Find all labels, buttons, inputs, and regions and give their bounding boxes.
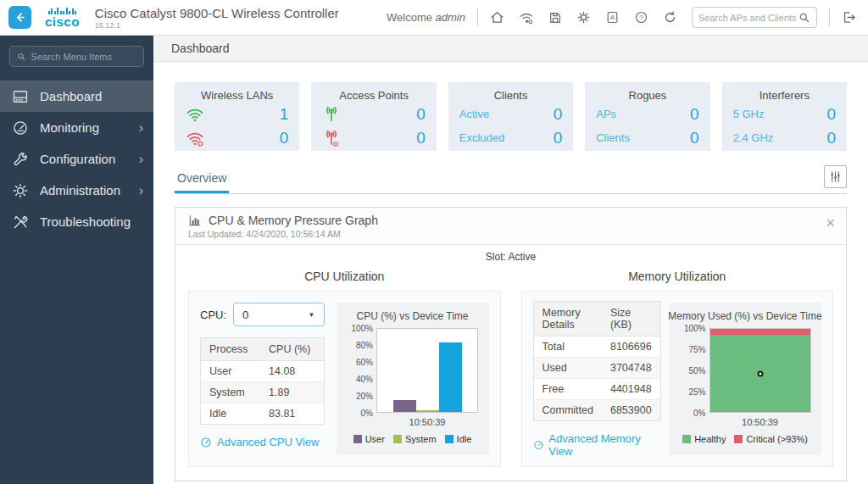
card-row-label[interactable]: 5 GHz [733,108,765,120]
card-value: 1 [280,105,289,124]
gauge-icon [200,437,212,448]
cpu-memory-widget: CPU & Memory Pressure Graph Last Updated… [175,207,847,481]
gear-outline-icon [11,181,30,200]
search-icon [17,52,26,62]
card-title: Wireless LANs [186,89,288,102]
table-row: Idle83.81 [201,403,325,425]
y-axis: 100% 80% 60% 40% 20% 0% [347,328,376,413]
sidebar-item-troubleshooting[interactable]: Troubleshooting [0,206,153,237]
sidebar-item-configuration[interactable]: Configuration › [0,143,153,175]
advanced-memory-view-link[interactable]: Advanced Memory View [533,432,658,458]
card-value: 0 [826,129,836,147]
antenna-up-icon [322,105,341,124]
chevron-right-icon: › [139,121,143,135]
svg-text:?: ? [639,14,643,21]
table-header: Size (KB) [602,301,660,336]
bar-chart-icon [188,214,202,227]
card-row-label[interactable]: 2.4 GHz [733,131,774,144]
card-title: Interferers [733,89,836,102]
card-row-label[interactable]: Active [459,108,489,120]
cisco-logo-text: cisco [45,15,80,28]
global-search-input[interactable] [698,13,798,23]
breadcrumb-label: Dashboard [171,42,230,55]
cpu-chart: CPU (%) vs Device Time 100% 80% 60% 40% … [337,303,489,455]
card-interferers[interactable]: Interferers 5 GHz 0 2.4 GHz 0 [722,82,847,151]
header-divider-2 [829,9,830,26]
chevron-down-icon: ▼ [309,311,315,319]
back-button[interactable] [8,6,31,29]
memory-plot-area [709,328,811,413]
section-title: Memory Utilization [521,270,834,283]
language-icon[interactable]: A [605,10,620,25]
sidebar-item-monitoring[interactable]: Monitoring › [0,112,153,143]
critical-area [710,329,810,335]
wrench-icon [11,150,30,169]
tab-overview[interactable]: Overview [175,171,229,193]
cpu-utilization-section: CPU Utilization CPU: 0 ▼ [188,265,501,467]
antenna-down-icon [322,129,341,147]
tools-icon [11,213,30,231]
svg-text:A: A [610,14,615,21]
welcome-text: Welcome admin [387,11,465,24]
menu-search-input[interactable] [31,52,136,62]
cpu-select-label: CPU: [200,309,226,321]
chart-title: CPU (%) vs Device Time [356,310,468,322]
sidebar: Dashboard Monitoring › Configuration › A… [0,36,153,484]
global-search[interactable] [692,7,817,28]
username: admin [436,11,465,24]
app-title: Cisco Catalyst 9800-CL Wireless Controll… [95,6,339,20]
memory-data-point [757,370,763,376]
sidebar-item-dashboard[interactable]: Dashboard [0,81,153,112]
cpu-plot-area [376,328,478,413]
gauge-icon [11,119,30,137]
chart-title: Memory Used (%) vs Device Time [668,310,821,322]
card-value: 0 [826,105,836,124]
cpu-select[interactable]: 0 ▼ [233,303,324,326]
card-wireless-lans[interactable]: Wireless LANs 1 [175,82,299,151]
table-row: Free4401948 [533,378,660,399]
menu-search[interactable] [9,46,144,67]
card-access-points[interactable]: Access Points 0 [311,82,436,151]
chevron-right-icon: › [139,153,143,166]
refresh-icon[interactable] [663,10,677,25]
logout-icon[interactable] [842,10,856,25]
wireless-settings-icon[interactable] [519,10,534,25]
sliders-icon [829,170,842,183]
cisco-logo-bars-icon [48,8,77,14]
card-value: 0 [690,105,699,124]
chevron-right-icon: › [139,184,143,197]
save-icon[interactable] [548,11,562,25]
y-axis: 100% 75% 50% 25% 0% [680,328,709,413]
sidebar-item-label: Troubleshooting [40,214,143,229]
x-axis-label: 10:50:39 [376,417,478,427]
table-row: User14.08 [201,361,325,382]
card-rogues[interactable]: Rogues APs 0 Clients 0 [585,82,709,151]
home-icon[interactable] [490,10,504,25]
card-value: 0 [554,129,563,147]
header-divider [477,9,478,26]
help-icon[interactable]: ? [634,10,648,25]
card-row-label[interactable]: Excluded [459,131,504,144]
table-row: System1.89 [201,382,325,403]
advanced-cpu-view-link[interactable]: Advanced CPU View [200,436,325,448]
card-title: Access Points [322,89,425,102]
memory-legend: Healthy Critical (>93%) [682,434,808,444]
close-icon[interactable]: × [826,215,835,231]
card-row-label[interactable]: APs [596,108,616,120]
card-value: 0 [416,105,426,124]
gauge-icon [533,439,544,451]
bar-user [393,400,416,412]
back-arrow-icon [14,12,25,23]
card-value: 0 [554,105,563,124]
card-value: 0 [280,129,289,147]
card-row-label[interactable]: Clients [596,131,630,144]
memory-utilization-section: Memory Utilization Memory Details Size (… [521,265,834,467]
bar-system [416,410,439,412]
memory-details-table: Memory Details Size (KB) Total8106696 Us… [533,301,661,421]
settings-gear-icon[interactable] [576,10,591,25]
sidebar-item-administration[interactable]: Administration › [0,175,153,206]
dashboard-settings-button[interactable] [824,165,847,188]
card-value: 0 [690,129,699,147]
card-clients[interactable]: Clients Active 0 Excluded 0 [448,82,573,151]
sidebar-item-label: Configuration [40,152,139,166]
